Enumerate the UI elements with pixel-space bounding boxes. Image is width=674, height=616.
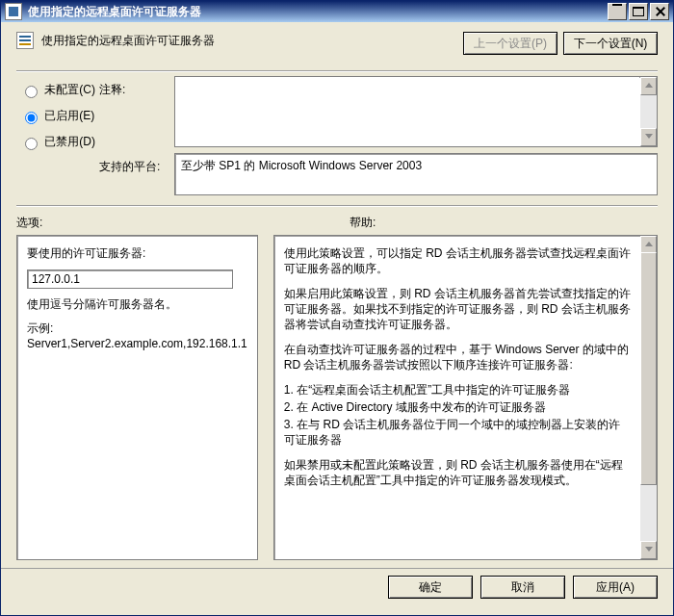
help-label: 帮助:: [350, 215, 376, 231]
ok-button[interactable]: 确定: [388, 576, 473, 599]
window-frame: 使用指定的远程桌面许可证服务器 使用指定的远程桌面许可证服务器 上一个设置(P)…: [0, 0, 674, 616]
app-icon: [5, 3, 22, 20]
window-controls: [606, 3, 669, 20]
help-l1: 1. 在“远程桌面会话主机配置”工具中指定的许可证服务器: [284, 382, 632, 398]
servers-hint1: 使用逗号分隔许可服务器名。: [27, 296, 247, 313]
options-panel: 要使用的许可证服务器: 使用逗号分隔许可服务器名。 示例: Server1,Se…: [16, 235, 258, 560]
header-row: 使用指定的远程桌面许可证服务器 上一个设置(P) 下一个设置(N): [1, 22, 673, 61]
radio-disabled-label: 已禁用(D): [44, 135, 95, 148]
policy-icon: [16, 32, 34, 49]
servers-input[interactable]: [27, 270, 233, 289]
servers-hint2: 示例: Server1,Server2.example.com,192.168.…: [27, 321, 247, 350]
help-l3: 3. 在与 RD 会话主机服务器位于同一个域中的域控制器上安装的许可证服务器: [284, 417, 632, 448]
radio-disabled[interactable]: 已禁用(D): [20, 134, 99, 150]
cancel-label: 取消: [511, 580, 534, 594]
state-radios: 未配置(C) 已启用(E) 已禁用(D): [16, 76, 99, 150]
maximize-button[interactable]: [629, 3, 648, 20]
servers-label: 要使用的许可证服务器:: [27, 245, 247, 262]
ok-label: 确定: [419, 580, 442, 594]
close-button[interactable]: [650, 3, 669, 20]
window-title: 使用指定的远程桌面许可证服务器: [28, 1, 606, 22]
nav-buttons: 上一个设置(P) 下一个设置(N): [463, 32, 658, 55]
panels: 要使用的许可证服务器: 使用逗号分隔许可服务器名。 示例: Server1,Se…: [1, 235, 673, 568]
platform-value: 至少带 SP1 的 Microsoft Windows Server 2003: [181, 159, 422, 172]
prev-setting-button[interactable]: 上一个设置(P): [463, 32, 557, 55]
next-setting-label: 下一个设置(N): [574, 37, 648, 50]
platform-field: 至少带 SP1 的 Microsoft Windows Server 2003: [174, 153, 658, 195]
options-label: 选项:: [16, 215, 350, 231]
button-bar: 确定 取消 应用(A): [1, 568, 673, 605]
scroll-thumb[interactable]: [640, 252, 657, 485]
apply-label: 应用(A): [596, 580, 635, 594]
help-p4: 如果禁用或未配置此策略设置，则 RD 会话主机服务器使用在“远程桌面会话主机配置…: [284, 457, 632, 488]
help-p2: 如果启用此策略设置，则 RD 会话主机服务器首先尝试查找指定的许可证服务器。如果…: [284, 286, 632, 332]
help-p3: 在自动查找许可证服务器的过程中，基于 Windows Server 的域中的 R…: [284, 342, 632, 372]
panel-labels: 选项: 帮助:: [1, 207, 673, 235]
comment-label: 注释:: [99, 76, 174, 98]
help-panel: 使用此策略设置，可以指定 RD 会话主机服务器尝试查找远程桌面许可证服务器的顺序…: [273, 235, 658, 560]
help-p1: 使用此策略设置，可以指定 RD 会话主机服务器尝试查找远程桌面许可证服务器的顺序…: [284, 245, 632, 276]
help-scrollbar[interactable]: [640, 236, 657, 559]
prev-setting-label: 上一个设置(P): [474, 37, 547, 50]
config-section: 未配置(C) 已启用(E) 已禁用(D) 注释:: [1, 72, 673, 195]
platform-label: 支持的平台:: [99, 153, 174, 175]
scroll-down-icon[interactable]: [640, 128, 657, 146]
radio-notconfigured-input[interactable]: [25, 86, 38, 98]
minimize-button[interactable]: [608, 3, 627, 20]
radio-disabled-input[interactable]: [25, 138, 38, 150]
scroll-down-icon[interactable]: [640, 541, 657, 559]
radio-enabled-label: 已启用(E): [44, 109, 94, 122]
radio-enabled[interactable]: 已启用(E): [20, 108, 99, 124]
next-setting-button[interactable]: 下一个设置(N): [563, 32, 658, 55]
radio-notconfigured-label: 未配置(C): [44, 83, 95, 96]
title-bar[interactable]: 使用指定的远程桌面许可证服务器: [1, 1, 673, 22]
page-title: 使用指定的远程桌面许可证服务器: [41, 32, 463, 49]
radio-enabled-input[interactable]: [25, 112, 38, 124]
comment-input[interactable]: [175, 77, 639, 146]
cancel-button[interactable]: 取消: [480, 576, 565, 599]
client-area: 使用指定的远程桌面许可证服务器 上一个设置(P) 下一个设置(N) 未配置(C): [1, 22, 673, 615]
scroll-up-icon[interactable]: [640, 77, 657, 95]
comment-field-box: [174, 76, 658, 147]
radio-notconfigured[interactable]: 未配置(C): [20, 82, 99, 98]
help-l2: 2. 在 Active Directory 域服务中发布的许可证服务器: [284, 399, 632, 415]
comment-scrollbar[interactable]: [640, 77, 657, 146]
apply-button[interactable]: 应用(A): [573, 576, 658, 599]
